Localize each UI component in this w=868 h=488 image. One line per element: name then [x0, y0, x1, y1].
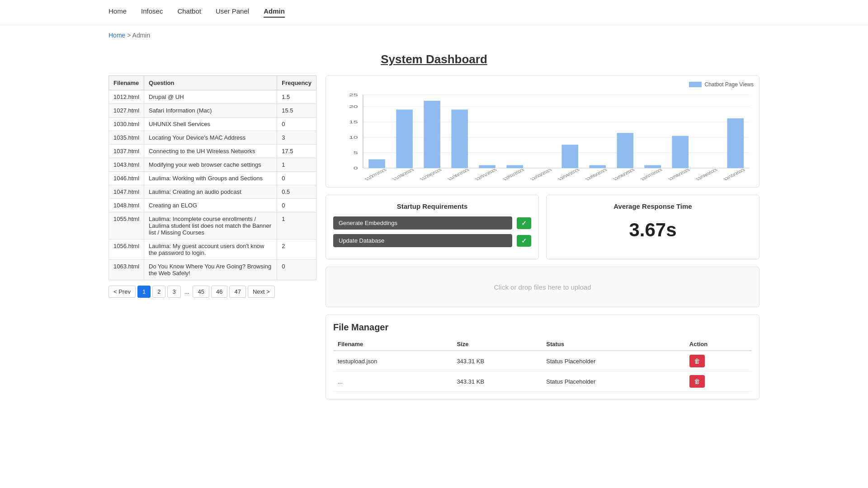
cell-question: Drupal @ UH: [144, 90, 277, 104]
file-cell-name: testupload.json: [333, 351, 452, 371]
generate-embeddings-button[interactable]: Generate Embeddings: [333, 216, 512, 230]
page-1-button[interactable]: 1: [137, 286, 151, 298]
left-panel: Filename Question Frequency 1012.html Dr…: [108, 75, 316, 399]
bar-rect: [506, 165, 523, 168]
delete-file-button[interactable]: 🗑: [689, 375, 705, 388]
svg-text:12/10/2023: 12/10/2023: [722, 168, 746, 181]
cell-question: Laulima: Creating an audio podcast: [144, 185, 277, 199]
update-database-button[interactable]: Update Database: [333, 234, 512, 247]
table-row: 1055.html Laulima: Incomplete course enr…: [109, 212, 316, 239]
cell-frequency: 1: [277, 158, 316, 172]
file-cell-size: 343.31 KB: [452, 371, 542, 392]
file-cell-size: 343.31 KB: [452, 351, 542, 371]
cell-frequency: 0: [277, 117, 316, 131]
table-row: 1046.html Laulima: Working with Groups a…: [109, 172, 316, 185]
cell-frequency: 0.5: [277, 185, 316, 199]
nav-infosec[interactable]: Infosec: [141, 7, 163, 18]
nav-chatbot[interactable]: Chatbot: [177, 7, 201, 18]
col-filename: Filename: [109, 76, 144, 90]
pagination: < Prev 1 2 3 ... 45 46 47 Next >: [108, 286, 316, 298]
chart-legend: Chatbot Page Views: [331, 81, 754, 88]
svg-text:12/09/2023: 12/09/2023: [694, 168, 719, 181]
cell-frequency: 17.5: [277, 145, 316, 158]
upload-area[interactable]: Click or drop files here to upload: [326, 267, 760, 307]
table-row: 1056.html Laulima: My guest account user…: [109, 239, 316, 260]
cell-filename: 1055.html: [109, 212, 144, 239]
startup-row-database: Update Database ✓: [333, 234, 531, 247]
cell-question: Do You Know Where You Are Going? Browsin…: [144, 260, 277, 280]
page-46-button[interactable]: 46: [211, 286, 227, 298]
svg-text:12/01/2023: 12/01/2023: [473, 168, 498, 181]
cell-filename: 1047.html: [109, 185, 144, 199]
page-45-button[interactable]: 45: [193, 286, 209, 298]
cell-filename: 1056.html: [109, 239, 144, 260]
svg-text:5: 5: [354, 150, 358, 155]
navigation: Home Infosec Chatbot User Panel Admin: [0, 0, 868, 25]
bar-rect: [424, 101, 440, 168]
svg-text:12/04/2023: 12/04/2023: [556, 168, 581, 181]
nav-admin[interactable]: Admin: [264, 7, 285, 18]
col-question: Question: [144, 76, 277, 90]
bar-rect: [396, 109, 413, 168]
file-cell-action: 🗑: [685, 371, 752, 392]
delete-file-button[interactable]: 🗑: [689, 355, 705, 367]
cell-question: Laulima: My guest account users don't kn…: [144, 239, 277, 260]
cell-filename: 1012.html: [109, 90, 144, 104]
svg-text:12/06/2023: 12/06/2023: [611, 168, 636, 181]
page-47-button[interactable]: 47: [229, 286, 245, 298]
svg-text:15: 15: [349, 120, 358, 124]
bar-rect: [479, 165, 495, 168]
avg-response-title: Average Response Time: [554, 202, 752, 210]
col-frequency: Frequency: [277, 76, 316, 90]
file-table-row: testupload.json 343.31 KB Status Placeho…: [333, 351, 752, 371]
table-row: 1063.html Do You Know Where You Are Goin…: [109, 260, 316, 280]
file-cell-action: 🗑: [685, 351, 752, 371]
table-row: 1012.html Drupal @ UH 1.5: [109, 90, 316, 104]
table-row: 1030.html UHUNIX Shell Services 0: [109, 117, 316, 131]
cell-filename: 1035.html: [109, 131, 144, 145]
svg-text:12/03/2023: 12/03/2023: [528, 168, 553, 181]
breadcrumb-separator: >: [127, 32, 132, 39]
svg-text:11/30/2023: 11/30/2023: [446, 168, 471, 181]
cell-filename: 1063.html: [109, 260, 144, 280]
cell-filename: 1037.html: [109, 145, 144, 158]
nav-user-panel[interactable]: User Panel: [216, 7, 249, 18]
svg-text:0: 0: [354, 166, 358, 170]
file-col-filename: Filename: [333, 338, 452, 351]
cell-frequency: 1: [277, 212, 316, 239]
bar-rect: [589, 165, 606, 168]
file-table-row: ... 343.31 KB Status Placeholder 🗑: [333, 371, 752, 392]
table-row: 1043.html Modifying your web browser cac…: [109, 158, 316, 172]
cell-question: Locating Your Device's MAC Address: [144, 131, 277, 145]
cell-question: Laulima: Working with Groups and Section…: [144, 172, 277, 185]
nav-home[interactable]: Home: [108, 7, 127, 18]
prev-button[interactable]: < Prev: [108, 286, 136, 298]
svg-text:25: 25: [349, 93, 358, 97]
main-content: Filename Question Frequency 1012.html Dr…: [0, 75, 868, 418]
file-cell-status: Status Placeholder: [542, 351, 685, 371]
table-row: 1027.html Safari Information (Mac) 15.5: [109, 104, 316, 117]
page-2-button[interactable]: 2: [152, 286, 165, 298]
next-button[interactable]: Next >: [248, 286, 275, 298]
bar-rect: [368, 160, 385, 168]
questions-table: Filename Question Frequency 1012.html Dr…: [108, 75, 316, 280]
svg-text:11/27/2023: 11/27/2023: [363, 168, 388, 181]
avg-response-value: 3.67s: [554, 219, 752, 241]
embeddings-check-badge[interactable]: ✓: [517, 217, 531, 229]
bar-rect: [672, 136, 689, 168]
svg-text:12/07/2023: 12/07/2023: [639, 168, 664, 181]
cell-frequency: 0: [277, 260, 316, 280]
legend-color-box: [689, 82, 702, 87]
bar-rect: [727, 118, 744, 168]
file-col-status: Status: [542, 338, 685, 351]
database-check-badge[interactable]: ✓: [517, 235, 531, 247]
svg-text:11/29/2023: 11/29/2023: [418, 168, 443, 181]
cell-filename: 1030.html: [109, 117, 144, 131]
table-row: 1047.html Laulima: Creating an audio pod…: [109, 185, 316, 199]
breadcrumb-home[interactable]: Home: [108, 32, 125, 39]
cell-frequency: 1.5: [277, 90, 316, 104]
file-col-action: Action: [685, 338, 752, 351]
page-3-button[interactable]: 3: [167, 286, 180, 298]
cell-question: Connecting to the UH Wireless Networks: [144, 145, 277, 158]
table-row: 1035.html Locating Your Device's MAC Add…: [109, 131, 316, 145]
